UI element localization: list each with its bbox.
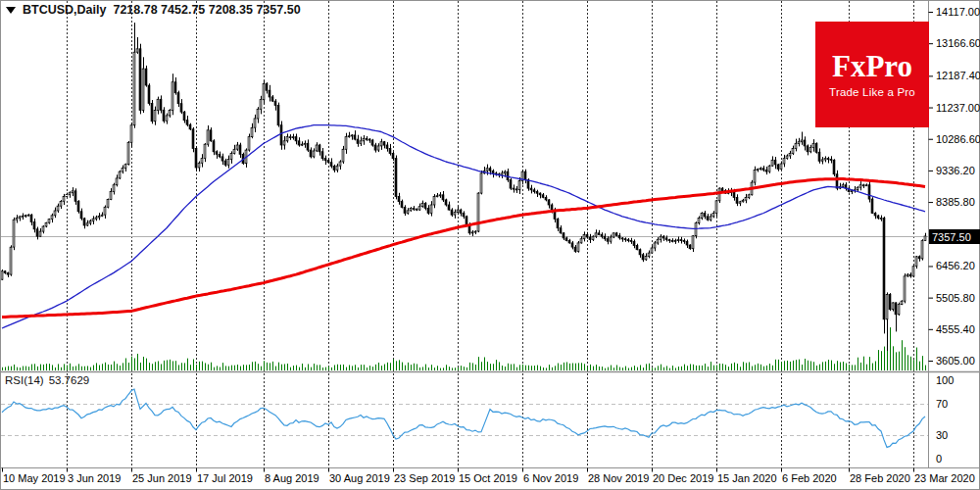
candle: [686, 241, 688, 245]
candle: [160, 99, 162, 110]
candle: [692, 236, 694, 249]
candle: [701, 214, 703, 219]
candle: [804, 140, 806, 146]
candle: [416, 209, 417, 210]
candle: [69, 193, 71, 195]
candle: [413, 208, 415, 209]
candle: [316, 145, 318, 151]
candle: [74, 191, 76, 202]
candle: [536, 192, 538, 194]
candle: [674, 240, 676, 241]
price-axis-label: 9336.20: [936, 165, 975, 176]
candle: [898, 305, 900, 315]
candle: [342, 149, 344, 162]
candle: [683, 240, 685, 241]
candle: [357, 139, 359, 143]
time-axis-label: 15 Jan 2020: [717, 472, 777, 484]
symbol-dropdown-icon[interactable]: [6, 7, 16, 14]
candle: [501, 173, 503, 175]
candle: [89, 221, 91, 223]
candle: [877, 216, 879, 219]
candle: [283, 141, 285, 145]
candle: [539, 193, 541, 195]
candle: [289, 137, 291, 138]
candle: [777, 165, 779, 170]
candle: [871, 199, 873, 213]
candle: [119, 172, 121, 178]
candle: [618, 235, 620, 238]
candle: [239, 145, 241, 154]
candle: [754, 170, 756, 182]
candle: [54, 211, 56, 216]
time-axis-label: 23 Mar 2020: [914, 472, 975, 484]
candle: [101, 215, 103, 216]
candle: [906, 274, 908, 276]
price-axis-label: 11237.00: [936, 102, 980, 114]
candle: [227, 159, 229, 165]
candle: [771, 160, 773, 166]
candle: [301, 144, 303, 145]
candle: [633, 241, 635, 245]
time-axis-label: 30 Aug 2019: [329, 472, 390, 484]
time-axis-label: 6 Feb 2020: [782, 472, 837, 484]
candle: [310, 150, 312, 157]
candle: [677, 240, 679, 241]
candle: [510, 180, 512, 189]
candle: [639, 250, 641, 255]
candle: [410, 208, 412, 211]
candle: [36, 229, 38, 236]
candle: [662, 236, 664, 238]
candle: [707, 217, 709, 220]
candle: [524, 172, 526, 180]
candle: [351, 135, 353, 136]
price-axis-label: 8385.80: [936, 196, 975, 208]
candle: [665, 238, 667, 240]
candle: [851, 191, 853, 192]
candle: [386, 145, 388, 148]
candle: [680, 240, 682, 241]
candle: [466, 217, 467, 225]
candle: [886, 294, 888, 318]
candle: [42, 226, 44, 231]
candle: [327, 161, 329, 163]
candle: [765, 170, 767, 172]
candle: [718, 188, 720, 201]
candle: [404, 208, 406, 214]
candle: [577, 243, 579, 252]
candle: [798, 142, 800, 144]
candle: [548, 200, 550, 205]
candle: [621, 238, 623, 239]
candle: [668, 240, 670, 241]
time-axis-label: 8 Aug 2019: [265, 472, 319, 484]
candle: [295, 137, 297, 141]
candle: [424, 203, 426, 208]
candle: [172, 82, 173, 111]
candle: [486, 169, 488, 172]
candle: [230, 154, 232, 160]
candle: [627, 240, 629, 241]
rsi-axis-label: 0: [936, 453, 942, 465]
candle: [207, 130, 209, 144]
candle: [874, 214, 876, 217]
time-axis-label: 28 Feb 2020: [850, 472, 910, 484]
symbol-timeframe-label: BTCUSD,Daily: [23, 3, 106, 17]
rsi-current-value: 53.7629: [49, 374, 90, 386]
candle: [710, 217, 711, 220]
candle: [392, 154, 394, 159]
candle: [642, 255, 644, 260]
candle: [807, 146, 808, 152]
candle: [192, 129, 194, 149]
candle: [48, 220, 50, 223]
candle: [704, 214, 706, 217]
candle: [583, 235, 585, 239]
time-axis-label: 23 Sep 2019: [394, 472, 455, 484]
candle: [571, 243, 573, 247]
candle: [63, 197, 65, 202]
candle: [30, 215, 32, 221]
price-axis-label: 4555.40: [936, 323, 975, 335]
candle: [489, 169, 491, 172]
candle: [307, 143, 309, 150]
current-price-tag-text: 7357.50: [932, 231, 971, 243]
candle: [122, 168, 123, 172]
candle: [833, 160, 835, 173]
